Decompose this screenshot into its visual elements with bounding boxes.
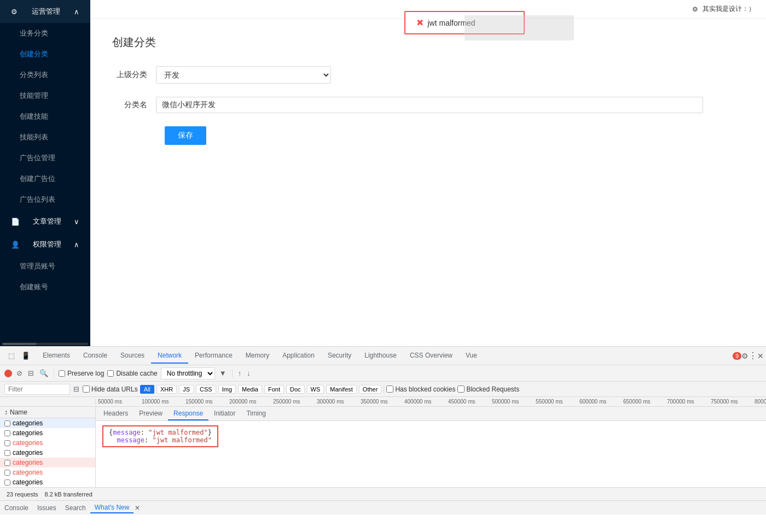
- devtools-close-icon[interactable]: ✕: [757, 352, 764, 360]
- sidebar-group-permissions[interactable]: 👤 权限管理 ∧: [0, 233, 90, 256]
- tab-network[interactable]: Network: [151, 348, 188, 364]
- sidebar: ⚙ 运营管理 ∧ 业务分类 创建分类 分类列表 技能管理 创建技能 技能列表 广…: [0, 0, 90, 346]
- request-count: 23 requests: [7, 491, 38, 498]
- clear-button[interactable]: ⊘: [15, 368, 24, 378]
- sidebar-item-create-account[interactable]: 创建账号: [0, 277, 90, 297]
- chevron-down-icon: ∨: [74, 218, 79, 226]
- category-name-input[interactable]: [156, 97, 703, 113]
- detail-tab-timing[interactable]: Timing: [241, 407, 271, 420]
- table-row[interactable]: categories: [0, 467, 95, 477]
- upload-icon[interactable]: ↑: [237, 368, 243, 378]
- devtools-device-icon[interactable]: 📱: [20, 350, 32, 361]
- tab-elements[interactable]: Elements: [36, 348, 77, 364]
- content-area: ⚙ 其实我是设计：） ✖ jwt malformed 创建分类 上级分类 开发: [90, 0, 766, 346]
- devtools-panel: ⬚ 📱 Elements Console Sources Network Per…: [0, 346, 766, 532]
- filter-icon[interactable]: ⊟: [27, 368, 35, 378]
- tab-memory[interactable]: Memory: [239, 348, 276, 364]
- tab-console[interactable]: Console: [77, 348, 114, 364]
- sidebar-item-business-category[interactable]: 业务分类: [0, 23, 90, 44]
- filter-options-icon[interactable]: ⊟: [72, 384, 80, 394]
- tab-security[interactable]: Security: [321, 348, 358, 364]
- sidebar-group-operations[interactable]: ⚙ 运营管理 ∧: [0, 0, 90, 23]
- table-row[interactable]: categories: [0, 458, 95, 467]
- table-row[interactable]: categories: [0, 477, 95, 487]
- devtools-inspect-icon[interactable]: ⬚: [7, 350, 16, 361]
- tab-sources[interactable]: Sources: [114, 348, 151, 364]
- bottom-tab-issues[interactable]: Issues: [33, 503, 61, 513]
- detail-tab-headers[interactable]: Headers: [98, 407, 134, 420]
- tab-css-overview[interactable]: CSS Overview: [403, 348, 459, 364]
- detail-tab-response[interactable]: Response: [168, 407, 208, 420]
- tab-vue[interactable]: Vue: [459, 348, 484, 364]
- sidebar-item-create-skill[interactable]: 创建技能: [0, 106, 90, 127]
- filter-manifest-button[interactable]: Manifest: [326, 385, 357, 394]
- tab-application[interactable]: Application: [276, 348, 321, 364]
- table-row[interactable]: categories: [0, 428, 95, 438]
- parent-category-select[interactable]: 开发 设计 运营 产品: [156, 66, 331, 84]
- sidebar-item-ad-management[interactable]: 广告位管理: [0, 148, 90, 168]
- table-row[interactable]: categories: [0, 418, 95, 428]
- sidebar-horizontal-scrollbar[interactable]: [0, 342, 90, 346]
- sidebar-group-articles[interactable]: 📄 文章管理 ∨: [0, 210, 90, 233]
- filter-font-button[interactable]: Font: [264, 385, 284, 394]
- filter-media-button[interactable]: Media: [238, 385, 262, 394]
- table-row[interactable]: categories: [0, 448, 95, 458]
- devtools-settings-icon[interactable]: ⚙: [741, 352, 748, 360]
- sidebar-item-admin-accounts[interactable]: 管理员账号: [0, 256, 90, 277]
- bottom-tab-console[interactable]: Console: [0, 503, 33, 513]
- timeline-header: 50000 ms 100000 ms 150000 ms 200000 ms 2…: [0, 397, 766, 407]
- filter-css-button[interactable]: CSS: [196, 385, 216, 394]
- has-blocked-cookies-checkbox[interactable]: Has blocked cookies: [386, 385, 455, 393]
- filter-other-button[interactable]: Other: [359, 385, 382, 394]
- detail-tab-preview[interactable]: Preview: [134, 407, 168, 420]
- sidebar-item-ad-list[interactable]: 广告位列表: [0, 189, 90, 210]
- preserve-log-checkbox[interactable]: Preserve log: [59, 370, 104, 377]
- hide-data-urls-checkbox[interactable]: Hide data URLs: [83, 385, 138, 393]
- user-icon: 👤: [11, 241, 20, 249]
- filter-img-button[interactable]: Img: [218, 385, 236, 394]
- request-list: ↕ Name categories categories categories: [0, 407, 96, 487]
- sidebar-item-skill-list[interactable]: 技能列表: [0, 127, 90, 148]
- sidebar-item-create-ad[interactable]: 创建广告位: [0, 168, 90, 189]
- tick-17: 800000 ms: [752, 399, 766, 405]
- alert-overlay: ✖ jwt malformed: [404, 11, 525, 34]
- error-count-badge: 9: [733, 352, 741, 360]
- transferred-size: 8.2 kB transferred: [44, 491, 92, 498]
- sidebar-item-category-list[interactable]: 分类列表: [0, 65, 90, 85]
- devtools-tab-bar: ⬚ 📱 Elements Console Sources Network Per…: [0, 347, 766, 365]
- bottom-tab-search[interactable]: Search: [61, 503, 90, 513]
- tab-performance[interactable]: Performance: [188, 348, 239, 364]
- page-title: 创建分类: [112, 35, 744, 50]
- filter-ws-button[interactable]: WS: [307, 385, 324, 394]
- detail-tab-initiator[interactable]: Initiator: [208, 407, 241, 420]
- table-row[interactable]: categories: [0, 438, 95, 448]
- response-json-box: {message: "jwt malformed"} message: "jwt…: [102, 425, 218, 447]
- sidebar-group-articles-label: 文章管理: [33, 217, 61, 226]
- throttle-select[interactable]: No throttling: [161, 367, 215, 379]
- tick-2: 50000 ms: [96, 399, 140, 405]
- filter-js-button[interactable]: JS: [179, 385, 194, 394]
- throttle-settings-icon[interactable]: ▼: [218, 368, 228, 378]
- alert-error-icon: ✖: [416, 17, 423, 28]
- bottom-tab-whats-new[interactable]: What's New: [90, 502, 134, 513]
- sidebar-item-create-category[interactable]: 创建分类: [0, 44, 90, 65]
- filter-all-button[interactable]: All: [140, 385, 154, 394]
- devtools-more-icon[interactable]: ⋮: [748, 350, 757, 361]
- disable-cache-checkbox[interactable]: Disable cache: [107, 370, 157, 377]
- form-container: 创建分类 上级分类 开发 设计 运营 产品 分类名 保存: [90, 19, 766, 161]
- tab-lighthouse[interactable]: Lighthouse: [358, 348, 403, 364]
- download-icon[interactable]: ↓: [246, 368, 252, 378]
- app-container: ⚙ 运营管理 ∧ 业务分类 创建分类 分类列表 技能管理 创建技能 技能列表 广…: [0, 0, 766, 346]
- filter-input[interactable]: [4, 384, 70, 395]
- record-button[interactable]: [4, 370, 12, 377]
- category-name-row: 分类名: [112, 97, 744, 113]
- bottom-tab-close-icon[interactable]: ✕: [135, 504, 140, 512]
- sidebar-item-skill-management[interactable]: 技能管理: [0, 85, 90, 106]
- sidebar-group-permissions-label: 权限管理: [33, 239, 61, 249]
- save-button[interactable]: 保存: [165, 126, 206, 145]
- blocked-requests-checkbox[interactable]: Blocked Requests: [457, 385, 519, 393]
- filter-xhr-button[interactable]: XHR: [156, 385, 177, 394]
- filter-doc-button[interactable]: Doc: [286, 385, 305, 394]
- search-icon[interactable]: 🔍: [38, 368, 49, 378]
- sidebar-group-operations-label: 运营管理: [32, 7, 60, 16]
